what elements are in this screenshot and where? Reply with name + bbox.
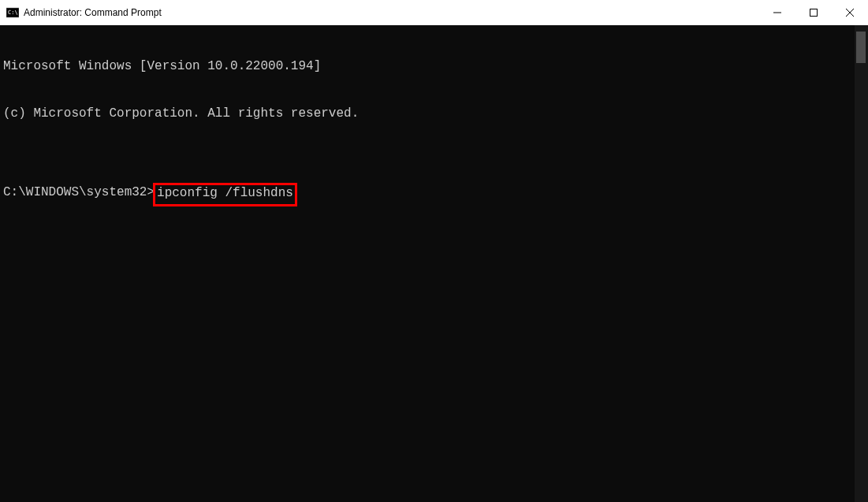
- terminal-output-line: (c) Microsoft Corporation. All rights re…: [3, 106, 851, 121]
- svg-text:C:\: C:\: [8, 9, 18, 16]
- titlebar[interactable]: C:\ Administrator: Command Prompt: [0, 0, 868, 25]
- terminal-output-line: Microsoft Windows [Version 10.0.22000.19…: [3, 58, 851, 74]
- scrollbar[interactable]: [855, 25, 868, 502]
- terminal[interactable]: Microsoft Windows [Version 10.0.22000.19…: [0, 25, 855, 502]
- command-prompt-window: C:\ Administrator: Command Prompt: [0, 0, 868, 502]
- scrollbar-thumb[interactable]: [856, 32, 866, 63]
- window-controls: [759, 0, 868, 25]
- window-title: Administrator: Command Prompt: [24, 7, 162, 18]
- cmd-icon: C:\: [6, 6, 19, 19]
- prompt-text: C:\WINDOWS\system32>: [3, 184, 155, 200]
- svg-rect-3: [810, 9, 818, 17]
- titlebar-left: C:\ Administrator: Command Prompt: [6, 6, 162, 19]
- highlighted-command: ipconfig /flushdns: [153, 183, 297, 206]
- terminal-container: Microsoft Windows [Version 10.0.22000.19…: [0, 25, 868, 502]
- minimize-button[interactable]: [759, 0, 795, 25]
- command-text: ipconfig /flushdns: [157, 186, 293, 200]
- prompt-line: C:\WINDOWS\system32>ipconfig /flushdns: [3, 184, 851, 206]
- close-button[interactable]: [832, 0, 868, 25]
- maximize-button[interactable]: [795, 0, 832, 25]
